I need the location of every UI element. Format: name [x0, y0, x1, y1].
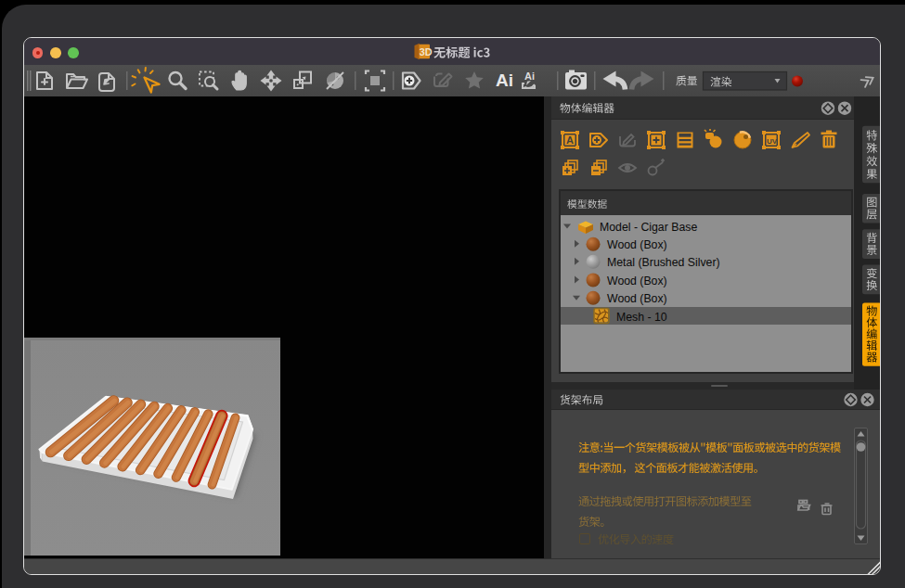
svg-text:A: A: [566, 134, 574, 146]
svg-text:UV: UV: [767, 137, 778, 146]
svg-text:Wood (Box): Wood (Box): [607, 275, 667, 288]
svg-text:Metal (Brushed Silver): Metal (Brushed Silver): [607, 256, 720, 269]
svg-text:Wood (Box): Wood (Box): [607, 292, 667, 305]
svg-text:Mesh - 10: Mesh - 10: [616, 311, 667, 324]
svg-text:3D: 3D: [420, 46, 433, 58]
svg-text:Ai: Ai: [496, 70, 513, 90]
svg-text:Wood (Box): Wood (Box): [607, 238, 667, 251]
svg-text:Model - Cigar Base: Model - Cigar Base: [600, 221, 697, 234]
svg-text:Ai: Ai: [524, 70, 535, 82]
